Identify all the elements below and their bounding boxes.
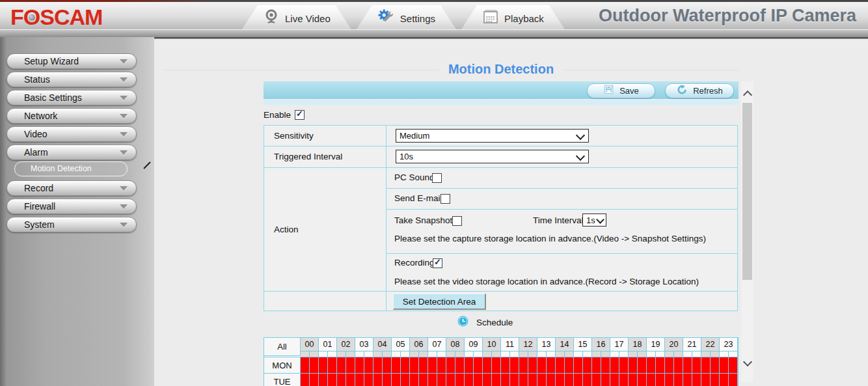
schedule-half-hour-cell[interactable] [301,352,310,357]
schedule-cell[interactable] [720,374,729,386]
schedule-cell[interactable] [638,374,647,386]
schedule-half-hour-cell[interactable] [701,352,711,357]
schedule-cell[interactable] [446,357,455,373]
schedule-cell[interactable] [492,374,501,386]
schedule-cell[interactable] [428,374,437,386]
schedule-hour-02[interactable]: 02 [337,338,355,351]
take-snapshot-checkbox[interactable] [452,216,462,226]
schedule-half-hour-cell[interactable] [392,352,401,357]
schedule-cell[interactable] [337,374,346,386]
schedule-half-hour-cell[interactable] [656,352,665,357]
schedule-cell[interactable] [492,357,501,373]
schedule-half-hour-cell[interactable] [629,352,638,357]
recording-checkbox[interactable] [433,258,442,268]
schedule-cell[interactable] [437,357,446,373]
schedule-cell[interactable] [720,357,729,373]
schedule-cell[interactable] [556,374,565,386]
schedule-cell[interactable] [446,374,455,386]
schedule-cell[interactable] [565,357,574,373]
schedule-half-hour-cell[interactable] [565,352,574,357]
schedule-hour-23[interactable]: 23 [720,338,738,351]
schedule-cell[interactable] [592,374,601,386]
schedule-cell[interactable] [729,374,738,386]
schedule-cell[interactable] [419,374,428,386]
vertical-scrollbar[interactable] [741,81,753,382]
schedule-cell[interactable] [692,374,701,386]
schedule-cell[interactable] [610,357,619,373]
sidebar-item-network[interactable]: Network [7,108,137,124]
schedule-cell[interactable] [638,357,647,373]
schedule-hour-09[interactable]: 09 [465,338,483,351]
schedule-cell[interactable] [501,374,510,386]
schedule-hour-21[interactable]: 21 [683,338,701,351]
schedule-hour-18[interactable]: 18 [629,338,647,351]
sidebar-item-setup-wizard[interactable]: Setup Wizard [7,53,137,69]
schedule-cell[interactable] [537,374,547,386]
schedule-cell[interactable] [519,357,528,373]
schedule-hour-20[interactable]: 20 [665,338,683,351]
scroll-up-icon[interactable] [743,90,752,100]
schedule-half-hour-cell[interactable] [410,352,419,357]
schedule-cell[interactable] [474,374,483,386]
schedule-cell[interactable] [465,374,474,386]
set-detection-area-button[interactable]: Set Detection Area [393,294,486,310]
schedule-cell[interactable] [383,357,392,373]
schedule-cell[interactable] [310,374,319,386]
schedule-half-hour-cell[interactable] [428,352,437,357]
schedule-half-hour-cell[interactable] [711,352,720,357]
tab-live-video[interactable]: Live Video [241,5,353,31]
schedule-half-hour-cell[interactable] [337,352,346,357]
schedule-cell[interactable] [383,374,392,386]
sidebar-item-system[interactable]: System [7,217,137,232]
schedule-hour-04[interactable]: 04 [373,338,392,351]
schedule-hour-14[interactable]: 14 [556,338,574,351]
schedule-cell[interactable] [528,357,537,373]
schedule-cell[interactable] [319,357,328,373]
schedule-half-hour-cell[interactable] [446,352,455,357]
schedule-cell[interactable] [610,374,619,386]
schedule-half-hour-cell[interactable] [401,352,410,357]
schedule-half-hour-cell[interactable] [364,352,373,357]
schedule-hour-13[interactable]: 13 [537,338,556,351]
schedule-half-hour-cell[interactable] [720,352,729,357]
schedule-cell[interactable] [701,374,711,386]
schedule-half-hour-cell[interactable] [346,352,355,357]
schedule-cell[interactable] [392,357,401,373]
schedule-cell[interactable] [583,357,592,373]
schedule-cell[interactable] [574,374,583,386]
schedule-half-hour-cell[interactable] [474,352,483,357]
schedule-half-hour-cell[interactable] [547,352,556,357]
tab-playback[interactable]: Playback [460,5,566,31]
schedule-hour-22[interactable]: 22 [701,338,720,351]
time-interval-select[interactable]: 1s [582,214,606,227]
schedule-cell[interactable] [656,374,665,386]
schedule-cell[interactable] [537,357,547,373]
schedule-hour-12[interactable]: 12 [519,338,537,351]
schedule-cell[interactable] [601,357,610,373]
triggered-interval-select[interactable]: 10s [396,150,589,163]
schedule-half-hour-cell[interactable] [519,352,528,357]
schedule-cell[interactable] [647,374,656,386]
schedule-cell[interactable] [373,374,383,386]
schedule-hour-11[interactable]: 11 [501,338,519,351]
save-button[interactable]: Save [587,83,655,98]
schedule-cell[interactable] [665,374,674,386]
schedule-all-cell[interactable]: All [264,338,301,356]
sidebar-item-basic-settings[interactable]: Basic Settings [7,90,137,105]
schedule-cell[interactable] [683,374,692,386]
schedule-half-hour-cell[interactable] [355,352,364,357]
schedule-cell[interactable] [501,357,510,373]
schedule-half-hour-cell[interactable] [601,352,610,357]
schedule-cell[interactable] [547,357,556,373]
sidebar-item-alarm[interactable]: Alarm [7,145,137,160]
schedule-hour-15[interactable]: 15 [574,338,592,351]
schedule-half-hour-cell[interactable] [419,352,428,357]
schedule-half-hour-cell[interactable] [683,352,692,357]
schedule-cell[interactable] [328,357,337,373]
send-email-checkbox[interactable] [441,194,450,204]
schedule-half-hour-cell[interactable] [665,352,674,357]
schedule-cell[interactable] [319,374,328,386]
schedule-cell[interactable] [601,374,610,386]
schedule-half-hour-cell[interactable] [437,352,446,357]
schedule-cell[interactable] [364,357,373,373]
